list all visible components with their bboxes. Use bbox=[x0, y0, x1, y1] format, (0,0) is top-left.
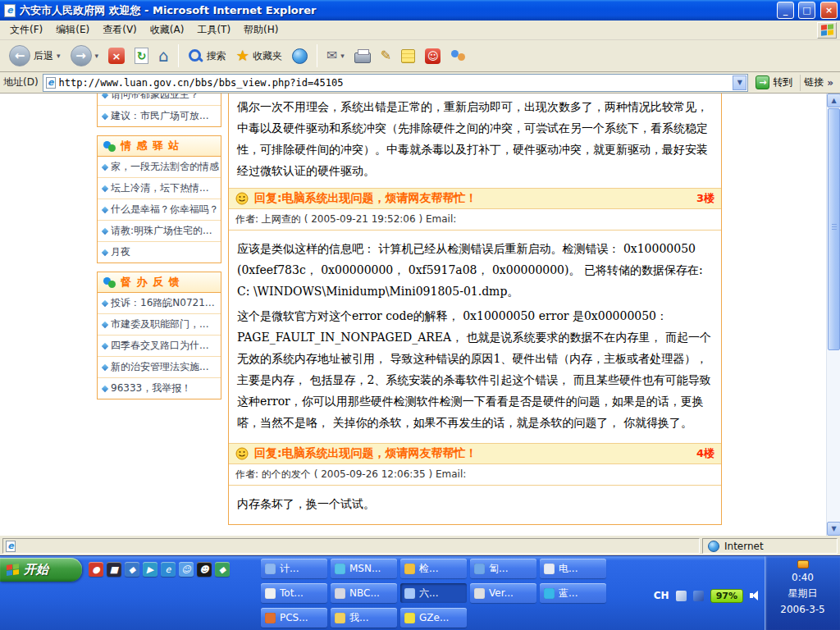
minimize-button[interactable]: _ bbox=[777, 2, 794, 19]
maximize-button[interactable]: □ bbox=[798, 2, 815, 19]
sidebar-section-header: 情 感 驿 站 bbox=[98, 136, 221, 157]
messenger-button[interactable] bbox=[397, 43, 419, 69]
tray-icon-2[interactable] bbox=[693, 591, 704, 601]
taskbar-window-button[interactable]: 我... bbox=[331, 608, 397, 628]
forward-dropdown-icon[interactable]: ▾ bbox=[95, 52, 99, 60]
reply-body: 应该是类似这样的信息吧： 计算机已经从检测错误后重新启动。检测错误： 0x100… bbox=[229, 231, 721, 443]
edit-button[interactable]: ✎ bbox=[377, 43, 395, 69]
start-button[interactable]: 开始 bbox=[0, 558, 82, 582]
close-button[interactable]: × bbox=[820, 2, 838, 19]
taskbar-window-button[interactable]: 检... bbox=[400, 559, 467, 578]
quicklaunch-icon-3[interactable]: ◆ bbox=[125, 562, 139, 577]
quicklaunch-icon-2[interactable]: ■ bbox=[107, 562, 121, 577]
clock-panel[interactable]: 0:40 星期日 2006-3-5 bbox=[765, 556, 840, 630]
sidebar-link[interactable]: 投诉：16路皖N07213... bbox=[98, 293, 221, 314]
ime-indicator[interactable]: CH bbox=[654, 590, 669, 601]
stop-button[interactable]: × bbox=[104, 43, 129, 69]
media-button[interactable] bbox=[288, 43, 312, 69]
qq-button[interactable]: ☺ bbox=[421, 43, 445, 69]
volume-icon[interactable] bbox=[750, 591, 761, 600]
go-button[interactable]: → 转到 bbox=[752, 75, 796, 90]
taskbar-window-button[interactable]: 匐... bbox=[470, 559, 536, 578]
clock-date: 2006-3-5 bbox=[780, 604, 824, 615]
sidebar-link[interactable]: 四季春交叉路口为什... bbox=[98, 336, 221, 357]
sidebar-link[interactable]: 坛上冷清，坛下热情... bbox=[98, 178, 221, 199]
mail-button[interactable]: ✉ ▾ bbox=[322, 43, 349, 69]
taskbar-window-button[interactable]: 蓝... bbox=[540, 583, 606, 603]
menu-item[interactable]: 工具(T) bbox=[190, 21, 237, 39]
taskbar-window-button[interactable]: 计... bbox=[261, 559, 327, 578]
menu-item[interactable]: 帮助(H) bbox=[237, 21, 285, 39]
print-button[interactable] bbox=[350, 43, 375, 69]
sidebar-link[interactable]: 请问帝都蒙园业主？ bbox=[98, 94, 221, 106]
back-icon: ← bbox=[9, 45, 30, 66]
sidebar-link[interactable]: 市建委及职能部门，... bbox=[98, 314, 221, 336]
window-icon bbox=[474, 564, 485, 574]
bullet-icon bbox=[102, 321, 108, 327]
floor-badge: 3楼 bbox=[696, 191, 714, 206]
bullet-icon bbox=[102, 163, 108, 170]
internet-zone-icon bbox=[708, 541, 719, 552]
sidebar-section: 情 感 驿 站 家，一段无法割舍的情感 坛上冷清，坛下热情... 什么是幸福？你… bbox=[97, 135, 221, 263]
sidebar-link[interactable]: 96333，我举报！ bbox=[98, 378, 221, 399]
messenger-icon[interactable]: ☺ bbox=[179, 562, 194, 577]
taskbar-window-button[interactable]: Tot... bbox=[261, 583, 327, 603]
bullet-icon bbox=[102, 385, 108, 391]
menu-item[interactable]: 文件(F) bbox=[3, 21, 49, 39]
home-button[interactable]: ⌂ bbox=[154, 43, 173, 69]
section-icon bbox=[103, 276, 116, 289]
taskbar-window-button[interactable]: 六... bbox=[400, 583, 467, 603]
taskbar-window-button[interactable]: GZe... bbox=[400, 608, 467, 628]
menu-item[interactable]: 编辑(E) bbox=[49, 21, 96, 39]
sidebar-section: 督 办 反 馈 投诉：16路皖N07213... 市建委及职能部门，... 四季… bbox=[97, 272, 221, 399]
scroll-up-button[interactable]: ▲ bbox=[827, 94, 840, 107]
address-bar: 地址(D) e ▼ → 转到 链接 » bbox=[0, 72, 840, 94]
quicklaunch-icon-1[interactable]: ● bbox=[89, 562, 103, 577]
sidebar-link[interactable]: 什么是幸福？你幸福吗？ bbox=[98, 199, 221, 221]
sidebar-link[interactable]: 新的治安管理法实施... bbox=[98, 357, 221, 378]
window-icon bbox=[544, 588, 555, 599]
scrollbar-thumb[interactable] bbox=[828, 108, 840, 350]
title-bar: e 六安市人民政府网 欢迎您 - Microsoft Internet Expl… bbox=[0, 0, 840, 21]
address-input[interactable] bbox=[59, 75, 730, 90]
sidebar-link[interactable]: 月夜 bbox=[98, 242, 221, 262]
back-button[interactable]: ← 后退 ▾ bbox=[5, 43, 65, 69]
go-arrow-icon: → bbox=[756, 75, 769, 89]
favorites-button[interactable]: ★ 收藏夹 bbox=[232, 43, 286, 69]
forward-button[interactable]: → ▾ bbox=[66, 43, 103, 69]
people-button[interactable] bbox=[446, 43, 471, 69]
quicklaunch-icon-8[interactable]: ◆ bbox=[215, 562, 230, 577]
qq-penguin-icon[interactable]: ☻ bbox=[197, 562, 212, 577]
sidebar-link[interactable]: 家，一段无法割舍的情感 bbox=[98, 157, 221, 178]
taskbar-window-button[interactable]: PCS... bbox=[261, 608, 327, 628]
smiley-icon bbox=[235, 192, 249, 205]
quick-launch: ●■◆▶e☺☻◆ bbox=[89, 562, 230, 577]
sidebar-section-header: 督 办 反 馈 bbox=[98, 272, 221, 293]
sidebar-link[interactable]: 请教:明珠广场住宅的... bbox=[98, 221, 221, 242]
sidebar-link[interactable]: 建议：市民广场可放... bbox=[98, 106, 221, 126]
address-dropdown-button[interactable]: ▼ bbox=[733, 75, 746, 90]
mail-dropdown-icon[interactable]: ▾ bbox=[340, 52, 345, 60]
links-bar[interactable]: 链接 » bbox=[800, 75, 837, 91]
reply-header: 回复:电脑系统出现问题，烦请网友帮帮忙！ 3楼 bbox=[229, 188, 721, 209]
media-player-icon[interactable]: ▶ bbox=[143, 562, 158, 577]
refresh-button[interactable]: ↻ bbox=[130, 43, 153, 69]
menu-item[interactable]: 收藏(A) bbox=[144, 21, 191, 39]
taskbar-window-button[interactable]: 电... bbox=[540, 559, 606, 578]
vertical-scrollbar[interactable]: ▲ ▼ bbox=[826, 94, 840, 536]
taskbar-window-button[interactable]: Ver... bbox=[470, 583, 536, 603]
reply-paragraph: 应该是类似这样的信息吧： 计算机已经从检测错误后重新启动。检测错误： 0x100… bbox=[229, 238, 721, 302]
windows-flag-icon bbox=[7, 564, 19, 576]
menu-item[interactable]: 查看(V) bbox=[96, 21, 144, 39]
taskbar-window-button[interactable]: MSN... bbox=[331, 559, 397, 578]
media-globe-icon bbox=[292, 48, 308, 64]
battery-indicator[interactable]: 97% bbox=[710, 589, 743, 603]
ie-icon[interactable]: e bbox=[161, 562, 176, 577]
scroll-down-button[interactable]: ▼ bbox=[827, 522, 840, 536]
taskbar-window-button[interactable]: NBC... bbox=[331, 583, 397, 603]
back-dropdown-icon[interactable]: ▾ bbox=[57, 52, 61, 60]
status-bar: e Internet bbox=[0, 536, 840, 555]
tray-icon-1[interactable] bbox=[676, 591, 687, 601]
window-icon bbox=[404, 564, 415, 574]
search-button[interactable]: 搜索 bbox=[184, 43, 231, 69]
